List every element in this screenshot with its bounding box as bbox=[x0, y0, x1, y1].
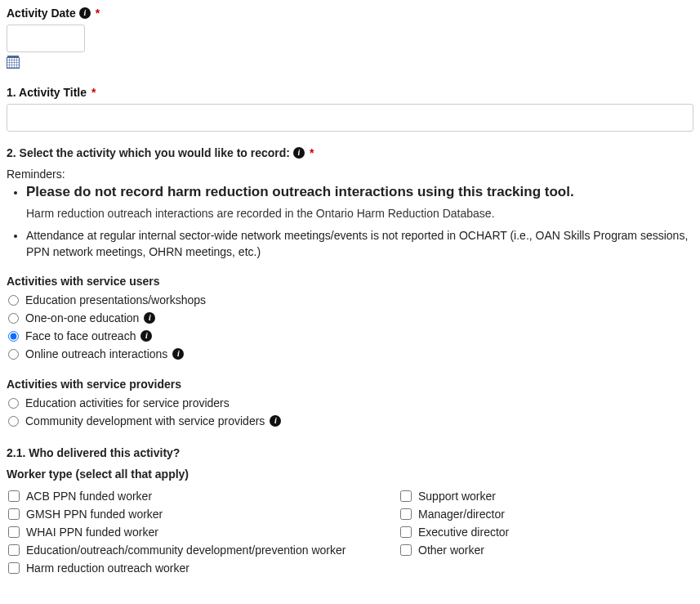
radio-label: Online outreach interactions bbox=[25, 347, 167, 360]
checkbox-input[interactable] bbox=[8, 508, 20, 520]
checkbox-input[interactable] bbox=[400, 544, 412, 556]
reminder-sub-text: Harm reduction outreach interactions are… bbox=[26, 207, 693, 220]
checkbox-input[interactable] bbox=[8, 526, 20, 538]
info-icon[interactable]: i bbox=[79, 7, 91, 19]
check-label: WHAI PPN funded worker bbox=[26, 526, 158, 539]
check-item-harm-reduction[interactable]: Harm reduction outreach worker bbox=[7, 559, 366, 577]
activity-title-input[interactable] bbox=[7, 104, 693, 132]
activity-title-label: 1. Activity Title * bbox=[7, 86, 693, 99]
reminders-list: Please do not record harm reduction outr… bbox=[26, 184, 693, 260]
check-item-education-outreach[interactable]: Education/outreach/community development… bbox=[7, 541, 366, 559]
info-icon[interactable]: i bbox=[172, 348, 184, 360]
activity-date-input[interactable] bbox=[7, 25, 85, 52]
radio-input[interactable] bbox=[8, 331, 19, 342]
check-label: Harm reduction outreach worker bbox=[26, 561, 189, 575]
worker-type-col-b: Support worker Manager/director Executiv… bbox=[399, 487, 660, 577]
required-asterisk: * bbox=[96, 7, 100, 20]
check-item-whai-ppn[interactable]: WHAI PPN funded worker bbox=[7, 523, 366, 541]
radio-label: Education presentations/workshops bbox=[25, 293, 206, 306]
check-item-other-worker[interactable]: Other worker bbox=[399, 541, 660, 559]
activity-radio-group-users: Education presentations/workshops One-on… bbox=[7, 291, 693, 363]
q21-heading: 2.1. Who delivered this activity? bbox=[7, 446, 693, 459]
check-item-acb-ppn[interactable]: ACB PPN funded worker bbox=[7, 487, 366, 505]
reminder-item: Please do not record harm reduction outr… bbox=[26, 184, 693, 220]
q21-sub-label: Worker type (select all that apply) bbox=[7, 468, 693, 481]
q21-section: 2.1. Who delivered this activity? Worker… bbox=[7, 446, 693, 577]
checkbox-input[interactable] bbox=[8, 490, 20, 502]
info-icon[interactable]: i bbox=[293, 147, 305, 159]
check-item-executive-director[interactable]: Executive director bbox=[399, 523, 660, 541]
activity-select-label-text: 2. Select the activity which you would l… bbox=[7, 146, 290, 159]
radio-item-education-presentations[interactable]: Education presentations/workshops bbox=[7, 291, 693, 309]
radio-label: One-on-one education bbox=[25, 311, 139, 324]
radio-input[interactable] bbox=[8, 416, 19, 427]
activity-date-label: Activity Date i * bbox=[7, 7, 693, 20]
activity-title-label-text: 1. Activity Title bbox=[7, 86, 87, 99]
radio-item-online-outreach[interactable]: Online outreach interactions i bbox=[7, 345, 693, 363]
checkbox-input[interactable] bbox=[400, 490, 412, 502]
calendar-icon[interactable] bbox=[7, 57, 20, 69]
info-icon[interactable]: i bbox=[270, 415, 281, 427]
info-icon[interactable]: i bbox=[140, 330, 152, 342]
activity-title-field: 1. Activity Title * bbox=[7, 86, 693, 132]
check-label: GMSH PPN funded worker bbox=[26, 508, 163, 521]
worker-type-col-a: ACB PPN funded worker GMSH PPN funded wo… bbox=[7, 487, 366, 577]
radio-label: Face to face outreach bbox=[25, 329, 136, 342]
reminders-heading: Reminders: bbox=[7, 168, 693, 181]
check-item-manager-director[interactable]: Manager/director bbox=[399, 505, 660, 523]
radio-input[interactable] bbox=[8, 313, 19, 324]
check-label: Education/outreach/community development… bbox=[26, 544, 346, 557]
radio-item-education-providers[interactable]: Education activities for service provide… bbox=[7, 394, 693, 412]
reminder-text: Attendance at regular internal sector-wi… bbox=[26, 229, 688, 258]
checkbox-input[interactable] bbox=[8, 544, 20, 556]
reminder-item: Attendance at regular internal sector-wi… bbox=[26, 228, 693, 260]
worker-type-columns: ACB PPN funded worker GMSH PPN funded wo… bbox=[7, 487, 693, 577]
activity-select-section: 2. Select the activity which you would l… bbox=[7, 146, 693, 430]
check-item-gmsh-ppn[interactable]: GMSH PPN funded worker bbox=[7, 505, 366, 523]
radio-input[interactable] bbox=[8, 295, 19, 306]
activity-date-field: Activity Date i * bbox=[7, 7, 693, 71]
radio-input[interactable] bbox=[8, 349, 19, 360]
required-asterisk: * bbox=[91, 86, 96, 99]
group1-heading: Activities with service users bbox=[7, 275, 693, 288]
radio-label: Community development with service provi… bbox=[25, 414, 265, 427]
radio-label: Education activities for service provide… bbox=[25, 396, 230, 409]
info-icon[interactable]: i bbox=[144, 312, 155, 324]
check-label: Manager/director bbox=[418, 508, 505, 521]
check-label: ACB PPN funded worker bbox=[26, 490, 152, 503]
activity-date-label-text: Activity Date bbox=[7, 7, 76, 20]
checkbox-input[interactable] bbox=[8, 562, 20, 574]
check-label: Other worker bbox=[418, 544, 484, 557]
group2-heading: Activities with service providers bbox=[7, 378, 693, 391]
checkbox-input[interactable] bbox=[400, 526, 412, 538]
reminder-bold-text: Please do not record harm reduction outr… bbox=[26, 184, 693, 200]
check-label: Executive director bbox=[418, 526, 509, 539]
radio-item-face-to-face[interactable]: Face to face outreach i bbox=[7, 327, 693, 345]
activity-radio-group-providers: Education activities for service provide… bbox=[7, 394, 693, 430]
checkbox-input[interactable] bbox=[400, 508, 412, 520]
radio-item-one-on-one[interactable]: One-on-one education i bbox=[7, 309, 693, 327]
check-item-support-worker[interactable]: Support worker bbox=[399, 487, 660, 505]
check-label: Support worker bbox=[418, 490, 496, 503]
radio-input[interactable] bbox=[8, 398, 19, 409]
radio-item-community-dev[interactable]: Community development with service provi… bbox=[7, 412, 693, 430]
activity-select-label: 2. Select the activity which you would l… bbox=[7, 146, 693, 159]
required-asterisk: * bbox=[310, 146, 314, 159]
